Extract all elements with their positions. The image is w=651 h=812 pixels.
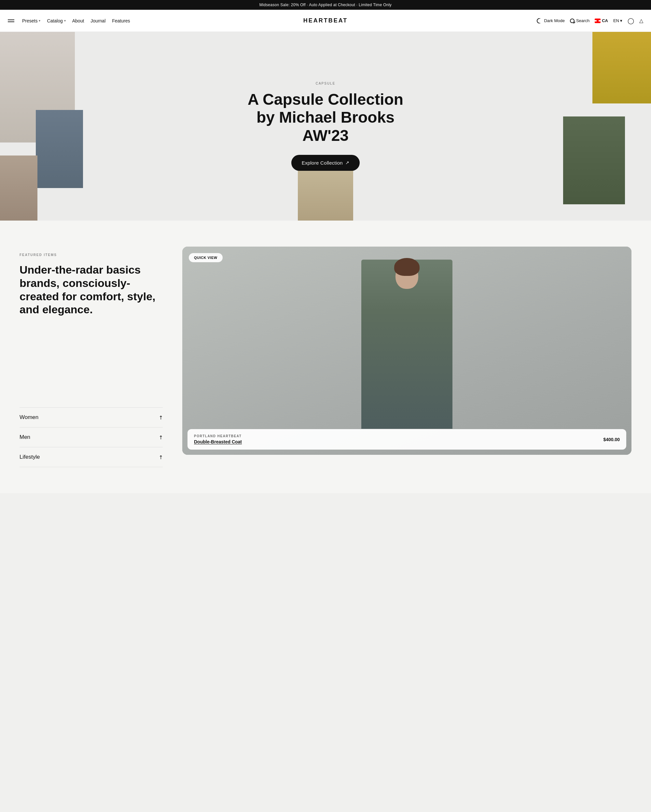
hero-image-green-jacket (563, 116, 625, 204)
hero-label: CAPSULE (244, 82, 407, 85)
hero-image-man-dark (36, 110, 83, 188)
main-nav: Presets ▾ Catalog ▾ About Journal Featur… (22, 18, 130, 23)
hero-section: CAPSULE A Capsule Collection by Michael … (0, 32, 651, 221)
product-name[interactable]: Double-Breasted Coat (194, 439, 242, 444)
search-icon (570, 18, 575, 23)
header-left: Presets ▾ Catalog ▾ About Journal Featur… (8, 18, 130, 23)
header-right: Dark Mode Search CA EN ▾ ◯ △ (537, 18, 643, 24)
category-item-lifestyle[interactable]: Lifestyle ↗ (20, 447, 163, 467)
category-list: Women ↗ Men ↗ Lifestyle ↗ (20, 407, 163, 467)
nav-journal[interactable]: Journal (90, 18, 105, 23)
hero-image-man-beanie (592, 32, 651, 104)
category-item-men[interactable]: Men ↗ (20, 427, 163, 447)
nav-about[interactable]: About (72, 18, 84, 23)
category-item-women[interactable]: Women ↗ (20, 408, 163, 427)
nav-presets[interactable]: Presets ▾ (22, 18, 40, 23)
product-card: QUICK VIEW PORTLAND HEARTBEAT Double-Bre… (182, 247, 631, 455)
header: Presets ▾ Catalog ▾ About Journal Featur… (0, 10, 651, 32)
product-brand: PORTLAND HEARTBEAT (194, 434, 242, 438)
language-selector[interactable]: EN ▾ (613, 18, 622, 23)
account-icon[interactable]: ◯ (628, 18, 634, 24)
explore-collection-button[interactable]: Explore Collection ↗ (291, 155, 360, 171)
explore-arrow-icon: ↗ (345, 160, 349, 165)
hero-image-closeup-warm (0, 156, 37, 221)
product-info-bar: PORTLAND HEARTBEAT Double-Breasted Coat … (188, 429, 626, 450)
hero-image-woman-stripes (0, 32, 75, 142)
nav-catalog[interactable]: Catalog ▾ (47, 18, 66, 23)
product-price: $400.00 (603, 437, 620, 442)
featured-title: Under-the-radar basics brands, conscious… (20, 263, 163, 316)
featured-product-card: QUICK VIEW PORTLAND HEARTBEAT Double-Bre… (182, 247, 631, 455)
canada-flag-icon (595, 18, 601, 23)
dark-mode-button[interactable]: Dark Mode (537, 18, 565, 23)
category-men-label: Men (20, 434, 30, 441)
nav-features[interactable]: Features (112, 18, 130, 23)
quick-view-button[interactable]: QUICK VIEW (189, 253, 223, 262)
category-women-label: Women (20, 414, 38, 421)
presets-chevron-icon: ▾ (39, 19, 40, 23)
product-image (182, 247, 631, 455)
men-arrow-icon: ↗ (157, 433, 164, 441)
hamburger-menu-icon[interactable] (8, 20, 14, 22)
site-logo[interactable]: HEARTBEAT (303, 17, 348, 24)
announcement-bar: Midseason Sale: 20% Off · Auto Applied a… (0, 0, 651, 10)
lang-chevron-icon: ▾ (620, 18, 622, 23)
product-details: PORTLAND HEARTBEAT Double-Breasted Coat (194, 434, 242, 444)
announcement-text: Midseason Sale: 20% Off · Auto Applied a… (260, 3, 391, 7)
search-button[interactable]: Search (570, 18, 590, 23)
hero-content: CAPSULE A Capsule Collection by Michael … (244, 82, 407, 171)
country-selector[interactable]: CA (595, 18, 608, 23)
category-lifestyle-label: Lifestyle (20, 454, 40, 460)
hero-title: A Capsule Collection by Michael Brooks A… (244, 90, 407, 145)
lifestyle-arrow-icon: ↗ (157, 453, 164, 461)
moon-icon (537, 18, 542, 23)
featured-section: FEATURED ITEMS Under-the-radar basics br… (0, 221, 651, 493)
cart-icon[interactable]: △ (639, 18, 643, 23)
women-arrow-icon: ↗ (157, 414, 164, 421)
featured-label: FEATURED ITEMS (20, 253, 163, 257)
catalog-chevron-icon: ▾ (64, 19, 66, 23)
featured-left-panel: FEATURED ITEMS Under-the-radar basics br… (20, 247, 163, 467)
